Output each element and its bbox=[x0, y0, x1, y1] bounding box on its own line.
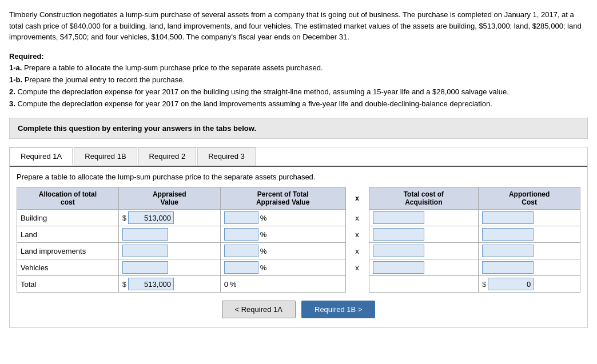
row-appraised-land bbox=[118, 226, 220, 243]
col-header-x: x bbox=[345, 187, 369, 210]
apportioned-input-land-imp[interactable] bbox=[482, 245, 534, 257]
tabs-container: Required 1A Required 1B Required 2 Requi… bbox=[9, 147, 588, 328]
col-header-percent: Percent of TotalAppraised Value bbox=[220, 187, 345, 210]
total-cost-input-building[interactable] bbox=[373, 211, 424, 224]
row-total-cost-land bbox=[369, 226, 479, 243]
total-apportioned-value[interactable] bbox=[488, 278, 534, 290]
apportioned-input-building[interactable] bbox=[482, 211, 534, 224]
total-percent-value: 0 bbox=[224, 280, 228, 289]
col-header-apportioned: ApportionedCost bbox=[479, 187, 580, 210]
row-label-building: Building bbox=[17, 210, 119, 226]
total-cost-input-land-imp[interactable] bbox=[373, 245, 424, 257]
percent-symbol-land-imp: % bbox=[260, 247, 267, 255]
tab-instruction: Prepare a table to allocate the lump-sum… bbox=[17, 173, 580, 181]
req-1a-label: 1-a. bbox=[9, 63, 22, 72]
row-total-cost-land-imp bbox=[369, 243, 479, 259]
row-percent-land: % bbox=[220, 226, 345, 243]
percent-symbol-building: % bbox=[260, 214, 267, 222]
times-building: x bbox=[345, 210, 369, 226]
percent-input-vehicles[interactable] bbox=[224, 261, 258, 274]
total-dollar-sign: $ bbox=[122, 280, 126, 289]
intro-paragraph: Timberly Construction negotiates a lump-… bbox=[9, 9, 588, 43]
tabs-header: Required 1A Required 1B Required 2 Requi… bbox=[10, 147, 587, 167]
row-appraised-vehicles bbox=[118, 259, 220, 276]
col-header-appraised: AppraisedValue bbox=[118, 187, 220, 210]
total-percent: 0 % bbox=[220, 276, 345, 293]
row-percent-vehicles: % bbox=[220, 259, 345, 276]
total-appraised: $ bbox=[118, 276, 220, 293]
tab-required-1b[interactable]: Required 1B bbox=[74, 147, 137, 166]
row-percent-building: % bbox=[220, 210, 345, 226]
tab-required-2[interactable]: Required 2 bbox=[138, 147, 197, 166]
apportioned-input-land[interactable] bbox=[482, 228, 534, 241]
appraised-value-land[interactable] bbox=[122, 228, 168, 241]
table-row: Building $ % x bbox=[17, 210, 580, 226]
row-apportioned-vehicles bbox=[479, 259, 580, 276]
total-appraised-value[interactable] bbox=[128, 278, 174, 290]
total-apportioned-dollar: $ bbox=[482, 280, 486, 289]
times-land: x bbox=[345, 226, 369, 243]
apportioned-input-vehicles[interactable] bbox=[482, 261, 534, 274]
percent-symbol-land: % bbox=[260, 230, 267, 239]
req-2-label: 2. bbox=[9, 87, 15, 96]
times-land-imp: x bbox=[345, 243, 369, 259]
nav-buttons: < Required 1A Required 1B > bbox=[17, 301, 580, 318]
appraised-value-land-imp[interactable] bbox=[122, 245, 168, 257]
required-section: Required: 1-a. Prepare a table to alloca… bbox=[9, 51, 588, 110]
col-header-total-cost: Total cost ofAcquisition bbox=[369, 187, 479, 210]
dollar-sign-building: $ bbox=[122, 214, 126, 222]
req-3-label: 3. bbox=[9, 99, 15, 108]
req-3-text: Compute the depreciation expense for yea… bbox=[17, 99, 492, 108]
tab-required-3[interactable]: Required 3 bbox=[197, 147, 256, 166]
allocation-table: Allocation of totalcost AppraisedValue P… bbox=[17, 187, 580, 293]
percent-symbol-vehicles: % bbox=[260, 263, 267, 272]
total-cost-cell bbox=[369, 276, 479, 293]
row-percent-land-imp: % bbox=[220, 243, 345, 259]
next-button[interactable]: Required 1B > bbox=[301, 301, 375, 318]
appraised-value-building[interactable] bbox=[128, 211, 174, 224]
row-label-vehicles: Vehicles bbox=[17, 259, 119, 276]
appraised-value-vehicles[interactable] bbox=[122, 261, 168, 274]
req-1b-text: Prepare the journal entry to record the … bbox=[25, 75, 185, 84]
row-appraised-land-imp bbox=[118, 243, 220, 259]
total-cost-input-land[interactable] bbox=[373, 228, 424, 241]
row-label-land: Land bbox=[17, 226, 119, 243]
row-total-cost-building bbox=[369, 210, 479, 226]
row-apportioned-land-imp bbox=[479, 243, 580, 259]
required-title: Required: bbox=[9, 52, 44, 61]
table-row: Vehicles % x bbox=[17, 259, 580, 276]
question-box: Complete this question by entering your … bbox=[9, 118, 588, 139]
total-apportioned: $ bbox=[479, 276, 580, 293]
table-row: Land improvements % x bbox=[17, 243, 580, 259]
tab-content-1a: Prepare a table to allocate the lump-sum… bbox=[10, 167, 587, 327]
total-percent-symbol: % bbox=[230, 280, 237, 289]
percent-input-building[interactable] bbox=[224, 211, 258, 224]
req-1a-text: Prepare a table to allocate the lump-sum… bbox=[24, 63, 323, 72]
row-appraised-building: $ bbox=[118, 210, 220, 226]
tab-required-1a[interactable]: Required 1A bbox=[10, 147, 73, 166]
total-cost-input-vehicles[interactable] bbox=[373, 261, 424, 274]
table-total-row: Total $ 0 % bbox=[17, 276, 580, 293]
col-header-allocation: Allocation of totalcost bbox=[17, 187, 119, 210]
prev-button[interactable]: < Required 1A bbox=[222, 301, 296, 318]
req-2-text: Compute the depreciation expense for yea… bbox=[17, 87, 508, 96]
table-row: Land % x bbox=[17, 226, 580, 243]
times-vehicles: x bbox=[345, 259, 369, 276]
percent-input-land-imp[interactable] bbox=[224, 245, 258, 257]
percent-input-land[interactable] bbox=[224, 228, 258, 241]
row-apportioned-land bbox=[479, 226, 580, 243]
row-label-land-improvements: Land improvements bbox=[17, 243, 119, 259]
total-label: Total bbox=[17, 276, 119, 293]
row-total-cost-vehicles bbox=[369, 259, 479, 276]
req-1b-label: 1-b. bbox=[9, 75, 22, 84]
row-apportioned-building bbox=[479, 210, 580, 226]
total-x-separator bbox=[345, 276, 369, 293]
